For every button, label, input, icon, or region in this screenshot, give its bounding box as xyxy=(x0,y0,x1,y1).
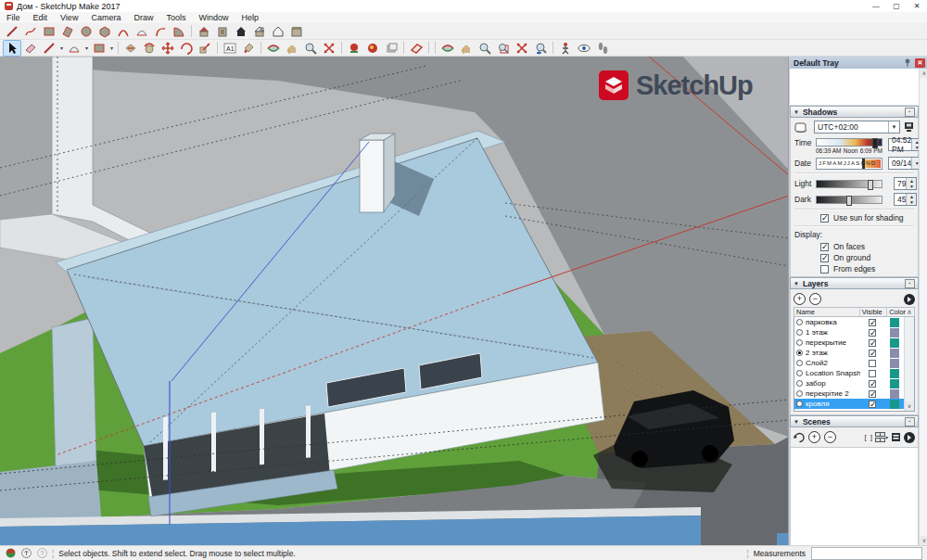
menu-help[interactable]: Help xyxy=(235,12,265,23)
shape-dropdown-arrow[interactable] xyxy=(108,41,115,56)
timezone-select[interactable]: UTC+02:00 ▼ xyxy=(814,121,900,134)
layer-current-radio[interactable] xyxy=(796,401,803,407)
zoom-extents-icon[interactable] xyxy=(320,40,338,57)
position-camera-icon[interactable] xyxy=(556,40,575,57)
layers-details-icon[interactable] xyxy=(904,294,915,305)
light-spinner[interactable]: ▲▼ xyxy=(906,178,916,189)
layer-row[interactable]: парковка xyxy=(794,317,905,327)
light-field[interactable]: 79 ▲▼ xyxy=(894,177,917,190)
arc-tool-icon[interactable] xyxy=(114,23,133,40)
layer-color-swatch[interactable] xyxy=(890,369,899,378)
maximize-button[interactable]: ▢ xyxy=(886,0,907,12)
view-options-arrow-icon[interactable]: ▾ xyxy=(885,434,888,440)
tray-scrollbar[interactable]: ∧ ∨ xyxy=(919,69,927,545)
scale-tool-icon[interactable] xyxy=(196,40,214,57)
shadows-section-header[interactable]: ▼ Shadows ▪ xyxy=(790,106,919,118)
orbit-icon-2[interactable] xyxy=(438,40,457,57)
layer-current-radio[interactable] xyxy=(796,329,803,336)
section-plane-icon[interactable] xyxy=(407,40,425,57)
collapse-arrow-icon[interactable]: ▼ xyxy=(794,109,799,115)
polygon-tool-icon[interactable] xyxy=(95,23,114,40)
layer-color-swatch[interactable] xyxy=(890,359,899,368)
eraser-tool-icon[interactable] xyxy=(21,40,40,57)
geolocation-icon[interactable] xyxy=(6,548,16,558)
layer-visible-checkbox[interactable] xyxy=(869,401,876,408)
layer-color-swatch[interactable] xyxy=(890,379,899,388)
scroll-down-icon[interactable]: ∨ xyxy=(905,401,914,411)
layers-scrollbar[interactable]: ∨ xyxy=(904,317,914,411)
layer-visible-checkbox[interactable] xyxy=(869,339,876,347)
view-right-icon[interactable] xyxy=(250,23,269,40)
shape-tool-dropdown-icon[interactable] xyxy=(90,40,108,57)
column-name[interactable]: Name xyxy=(794,308,860,316)
add-layer-button[interactable]: + xyxy=(794,293,806,305)
fog-icon[interactable] xyxy=(363,40,382,57)
menu-camera[interactable]: Camera xyxy=(84,12,127,23)
light-slider[interactable] xyxy=(816,180,883,188)
arc-tool-dropdown-icon[interactable] xyxy=(65,40,83,57)
move-scene-left-icon[interactable]: [ xyxy=(865,433,867,441)
dark-field[interactable]: 45 ▲▼ xyxy=(894,193,917,206)
update-scene-icon[interactable] xyxy=(794,431,806,443)
view-iso-icon[interactable] xyxy=(195,23,213,40)
layer-current-radio[interactable] xyxy=(796,350,803,356)
rotated-rectangle-tool-icon[interactable] xyxy=(58,23,77,40)
tray-scroll-down-icon[interactable]: ∨ xyxy=(920,536,927,545)
remove-layer-button[interactable]: − xyxy=(809,293,821,305)
layer-current-radio[interactable] xyxy=(796,360,803,366)
on-ground-checkbox[interactable] xyxy=(820,254,829,262)
pan-icon[interactable] xyxy=(283,40,301,57)
collapse-arrow-icon[interactable]: ▼ xyxy=(794,419,799,425)
layer-color-swatch[interactable] xyxy=(890,338,899,348)
view-left-icon[interactable] xyxy=(287,23,306,40)
layer-visible-checkbox[interactable] xyxy=(869,370,876,377)
layer-current-radio[interactable] xyxy=(796,339,803,346)
close-button[interactable]: ✕ xyxy=(907,0,927,12)
layer-row[interactable]: Location Snapshot xyxy=(794,368,905,378)
layer-row[interactable]: перекрітие 2 xyxy=(794,388,905,399)
help-icon[interactable]: ? xyxy=(37,548,47,558)
time-slider[interactable] xyxy=(816,138,883,146)
three-point-arc-tool-icon[interactable] xyxy=(151,23,170,40)
view-front-icon[interactable] xyxy=(232,23,250,40)
dark-spinner[interactable]: ▲▼ xyxy=(906,194,916,205)
walk-icon[interactable] xyxy=(593,40,612,57)
offset-tool-icon[interactable] xyxy=(121,40,140,57)
layer-row[interactable]: 1 этаж xyxy=(794,327,905,337)
move-scene-right-icon[interactable]: ] xyxy=(870,433,872,441)
measurements-input[interactable] xyxy=(811,547,922,560)
follow-me-tool-icon[interactable] xyxy=(140,40,159,57)
move-tool-icon[interactable] xyxy=(159,40,177,57)
layer-visible-checkbox[interactable] xyxy=(869,380,876,388)
zoom-previous-icon[interactable] xyxy=(531,40,550,57)
tray-scroll-up-icon[interactable]: ∧ xyxy=(920,69,927,78)
scroll-up-icon[interactable]: ∧ xyxy=(905,308,914,316)
menu-window[interactable]: Window xyxy=(192,12,235,23)
menu-draw[interactable]: Draw xyxy=(127,12,159,23)
tray-header[interactable]: Default Tray ✕ xyxy=(790,57,927,69)
layer-color-swatch[interactable] xyxy=(890,389,899,399)
arc-dropdown-arrow[interactable] xyxy=(83,41,90,56)
zoom-extents-icon-2[interactable] xyxy=(513,40,531,57)
match-photo-icon[interactable] xyxy=(382,40,400,57)
date-slider[interactable]: JFMAMJJASOND xyxy=(816,158,883,170)
rectangle-tool-icon[interactable] xyxy=(40,23,58,40)
look-around-icon[interactable] xyxy=(575,40,593,57)
line-tool-icon[interactable] xyxy=(3,23,21,40)
layer-color-swatch[interactable] xyxy=(890,318,899,327)
freehand-tool-icon[interactable] xyxy=(21,23,40,40)
layer-row[interactable]: Слой2 xyxy=(794,358,905,368)
view-top-icon[interactable] xyxy=(213,23,232,40)
use-sun-checkbox[interactable] xyxy=(820,214,829,223)
display-shadow-settings-icon[interactable] xyxy=(904,121,914,133)
add-scene-button[interactable]: + xyxy=(808,431,820,443)
show-details-icon[interactable] xyxy=(891,432,901,442)
layer-row[interactable]: 2 этаж xyxy=(794,348,905,358)
menu-file[interactable]: File xyxy=(0,12,27,23)
layer-row[interactable]: забор xyxy=(794,378,905,388)
zoom-icon-2[interactable] xyxy=(476,40,494,57)
shadows-detach-icon[interactable]: ▪ xyxy=(905,108,915,117)
credits-icon[interactable] xyxy=(21,548,32,558)
dark-slider-thumb[interactable] xyxy=(846,196,852,206)
shadows-icon[interactable] xyxy=(345,40,363,57)
